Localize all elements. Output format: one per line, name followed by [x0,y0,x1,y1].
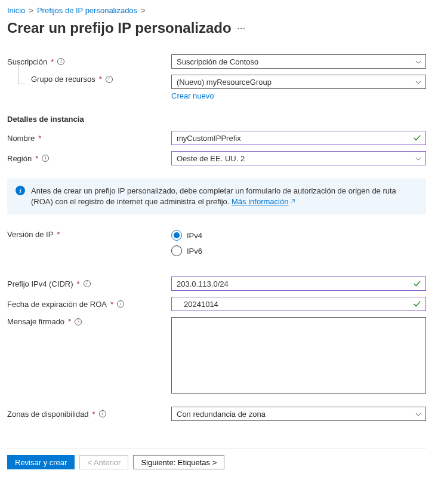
select-value: (Nuevo) myResourceGroup [177,78,272,87]
info-icon[interactable] [84,280,91,287]
label-text: Región [7,154,32,163]
required-asterisk: * [51,57,54,66]
signed-msg-textarea[interactable] [171,317,426,394]
label-text: Fecha de expiración de ROA [7,300,107,309]
required-asterisk: * [92,410,95,419]
label-text: Prefijo IPv4 (CIDR) [7,279,73,288]
label-text: Grupo de recursos [31,75,95,84]
chevron-down-icon [415,78,421,84]
required-asterisk: * [68,317,71,326]
page-title: Crear un prefijo IP personalizado ··· [7,17,426,38]
external-link-icon [289,196,295,202]
breadcrumb: Inicio > Prefijos de IP personalizados > [7,5,426,17]
roa-exp-input[interactable]: 20241014 [171,297,426,311]
select-value: Con redundancia de zona [177,410,266,419]
info-icon[interactable] [99,410,106,417]
resource-group-select[interactable]: (Nuevo) myResourceGroup [171,75,426,89]
chevron-down-icon [415,58,421,64]
required-asterisk: * [57,230,60,239]
divider [7,448,426,449]
info-icon[interactable] [117,300,124,308]
az-label: Zonas de disponibilidad * [7,410,171,419]
required-asterisk: * [77,279,80,288]
label-text: Nombre [7,134,35,143]
ip-version-label: Versión de IP * [7,230,171,239]
check-icon [413,134,421,142]
roa-info-panel: i Antes de crear un prefijo IP personali… [7,179,426,214]
required-asterisk: * [110,300,113,309]
chevron-down-icon [415,410,421,416]
required-asterisk: * [38,134,41,143]
roa-exp-label: Fecha de expiración de ROA * [7,300,171,309]
info-icon[interactable] [42,155,49,162]
label-text: Mensaje firmado [7,317,64,326]
breadcrumb-home[interactable]: Inicio [7,6,25,15]
instance-details-header: Detalles de instancia [7,115,426,124]
link-text: Más información [232,197,288,206]
input-value: 20241014 [184,300,218,309]
label-text: Zonas de disponibilidad [7,410,89,419]
radio-label: IPv4 [187,231,202,240]
resource-group-label: Grupo de recursos * [7,75,171,84]
info-icon[interactable] [106,76,113,83]
az-select[interactable]: Con redundancia de zona [171,407,426,421]
label-text: Suscripción [7,57,47,66]
subscription-select[interactable]: Suscripción de Contoso [171,54,426,69]
info-icon: i [16,186,25,195]
region-select[interactable]: Oeste de EE. UU. 2 [171,151,426,165]
info-icon[interactable] [57,58,64,65]
region-label: Región * [7,154,171,163]
select-value: Suscripción de Contoso [177,57,258,66]
more-actions-icon[interactable]: ··· [237,24,246,33]
required-asterisk: * [35,154,38,163]
radio-unselected-icon [171,245,182,256]
label-text: Versión de IP [7,230,53,239]
more-info-link[interactable]: Más información [232,197,295,206]
select-value: Oeste de EE. UU. 2 [177,154,245,163]
review-create-button[interactable]: Revisar y crear [7,455,75,469]
required-asterisk: * [99,75,102,84]
subscription-label: Suscripción * [7,57,171,66]
ipv6-radio[interactable]: IPv6 [171,245,426,256]
chevron-right-icon: > [141,6,146,15]
info-icon[interactable] [75,318,82,325]
info-message: Antes de crear un prefijo IP personaliza… [31,186,418,207]
footer-bar: Revisar y crear < Anterior Siguiente: Et… [7,455,426,477]
previous-button: < Anterior [79,455,128,469]
info-text: Antes de crear un prefijo IP personaliza… [31,186,396,206]
ipv4-radio[interactable]: IPv4 [171,230,426,241]
breadcrumb-list[interactable]: Prefijos de IP personalizados [37,6,137,15]
check-icon [413,300,421,308]
name-input[interactable]: myCustomIPPrefix [171,131,426,145]
signed-msg-label: Mensaje firmado * [7,317,171,326]
next-button[interactable]: Siguiente: Etiquetas > [133,455,224,469]
create-new-link[interactable]: Crear nuevo [171,91,214,100]
name-label: Nombre * [7,134,171,143]
cidr-label: Prefijo IPv4 (CIDR) * [7,279,171,288]
chevron-down-icon [415,155,421,161]
check-icon [413,279,421,288]
radio-selected-icon [171,230,182,241]
page-title-text: Crear un prefijo IP personalizado [7,20,232,36]
chevron-right-icon: > [29,6,33,15]
input-value: myCustomIPPrefix [177,134,241,143]
cidr-input[interactable]: 203.0.113.0/24 [171,276,426,291]
tree-line [18,63,25,84]
radio-label: IPv6 [187,247,202,256]
input-value: 203.0.113.0/24 [177,279,229,288]
